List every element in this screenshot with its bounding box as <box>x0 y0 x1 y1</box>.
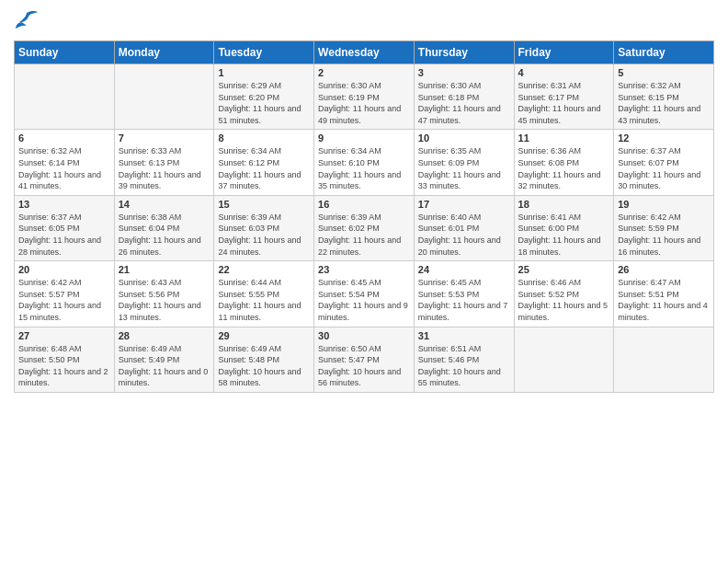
cell-info: Sunrise: 6:49 AMSunset: 5:48 PMDaylight:… <box>218 343 310 389</box>
cell-info: Sunrise: 6:45 AMSunset: 5:53 PMDaylight:… <box>418 277 510 323</box>
cell-info: Sunrise: 6:44 AMSunset: 5:55 PMDaylight:… <box>218 277 310 323</box>
day-number: 30 <box>318 330 410 341</box>
cell-info: Sunrise: 6:30 AMSunset: 6:19 PMDaylight:… <box>318 80 410 126</box>
cell-info: Sunrise: 6:36 AMSunset: 6:08 PMDaylight:… <box>518 145 610 191</box>
weekday-header-tuesday: Tuesday <box>214 41 314 64</box>
day-number: 10 <box>418 132 510 144</box>
day-number: 7 <box>119 132 210 144</box>
cell-info: Sunrise: 6:46 AMSunset: 5:52 PMDaylight:… <box>518 277 610 323</box>
cell-info: Sunrise: 6:45 AMSunset: 5:54 PMDaylight:… <box>318 277 410 323</box>
day-number: 13 <box>18 199 110 210</box>
day-number: 4 <box>518 67 610 78</box>
day-number: 29 <box>218 330 310 341</box>
cell-info: Sunrise: 6:33 AMSunset: 6:13 PMDaylight:… <box>119 145 210 191</box>
calendar-cell: 13Sunrise: 6:37 AMSunset: 6:05 PMDayligh… <box>15 195 115 260</box>
calendar-cell <box>114 64 214 130</box>
cell-info: Sunrise: 6:41 AMSunset: 6:00 PMDaylight:… <box>518 212 610 258</box>
calendar-cell <box>614 327 714 392</box>
logo <box>14 9 43 33</box>
weekday-header-wednesday: Wednesday <box>314 41 415 64</box>
calendar-cell <box>514 327 614 392</box>
page: SundayMondayTuesdayWednesdayThursdayFrid… <box>0 0 728 563</box>
calendar-cell: 1Sunrise: 6:29 AMSunset: 6:20 PMDaylight… <box>214 64 314 130</box>
cell-info: Sunrise: 6:37 AMSunset: 6:07 PMDaylight:… <box>618 145 710 191</box>
day-number: 23 <box>318 264 410 275</box>
calendar-cell: 23Sunrise: 6:45 AMSunset: 5:54 PMDayligh… <box>314 261 415 327</box>
calendar-cell: 9Sunrise: 6:34 AMSunset: 6:10 PMDaylight… <box>314 130 415 195</box>
day-number: 25 <box>518 264 610 275</box>
logo-icon <box>14 9 40 33</box>
calendar-cell: 18Sunrise: 6:41 AMSunset: 6:00 PMDayligh… <box>514 195 614 260</box>
day-number: 6 <box>18 132 110 144</box>
cell-info: Sunrise: 6:39 AMSunset: 6:03 PMDaylight:… <box>218 212 310 258</box>
cell-info: Sunrise: 6:31 AMSunset: 6:17 PMDaylight:… <box>518 80 610 126</box>
calendar-cell: 8Sunrise: 6:34 AMSunset: 6:12 PMDaylight… <box>214 130 314 195</box>
calendar-cell: 14Sunrise: 6:38 AMSunset: 6:04 PMDayligh… <box>114 195 214 260</box>
calendar-week-5: 27Sunrise: 6:48 AMSunset: 5:50 PMDayligh… <box>15 327 714 392</box>
day-number: 24 <box>418 264 510 275</box>
calendar-cell: 11Sunrise: 6:36 AMSunset: 6:08 PMDayligh… <box>514 130 614 195</box>
cell-info: Sunrise: 6:49 AMSunset: 5:49 PMDaylight:… <box>119 343 210 389</box>
calendar-cell: 15Sunrise: 6:39 AMSunset: 6:03 PMDayligh… <box>214 195 314 260</box>
cell-info: Sunrise: 6:42 AMSunset: 5:57 PMDaylight:… <box>18 277 110 323</box>
cell-info: Sunrise: 6:29 AMSunset: 6:20 PMDaylight:… <box>218 80 310 126</box>
calendar-cell <box>15 64 115 130</box>
weekday-header-saturday: Saturday <box>614 41 714 64</box>
calendar-cell: 4Sunrise: 6:31 AMSunset: 6:17 PMDaylight… <box>514 64 614 130</box>
calendar-week-1: 1Sunrise: 6:29 AMSunset: 6:20 PMDaylight… <box>15 64 714 130</box>
calendar-table: SundayMondayTuesdayWednesdayThursdayFrid… <box>14 40 714 393</box>
calendar-cell: 27Sunrise: 6:48 AMSunset: 5:50 PMDayligh… <box>15 327 115 392</box>
day-number: 9 <box>318 132 410 144</box>
day-number: 26 <box>618 264 710 275</box>
calendar-cell: 29Sunrise: 6:49 AMSunset: 5:48 PMDayligh… <box>214 327 314 392</box>
calendar-cell: 10Sunrise: 6:35 AMSunset: 6:09 PMDayligh… <box>414 130 514 195</box>
cell-info: Sunrise: 6:35 AMSunset: 6:09 PMDaylight:… <box>418 145 510 191</box>
calendar-cell: 6Sunrise: 6:32 AMSunset: 6:14 PMDaylight… <box>15 130 115 195</box>
calendar-cell: 16Sunrise: 6:39 AMSunset: 6:02 PMDayligh… <box>314 195 415 260</box>
calendar-cell: 5Sunrise: 6:32 AMSunset: 6:15 PMDaylight… <box>614 64 714 130</box>
calendar-cell: 12Sunrise: 6:37 AMSunset: 6:07 PMDayligh… <box>614 130 714 195</box>
calendar-cell: 7Sunrise: 6:33 AMSunset: 6:13 PMDaylight… <box>114 130 214 195</box>
cell-info: Sunrise: 6:34 AMSunset: 6:10 PMDaylight:… <box>318 145 410 191</box>
day-number: 18 <box>518 199 610 210</box>
day-number: 8 <box>218 132 310 144</box>
cell-info: Sunrise: 6:50 AMSunset: 5:47 PMDaylight:… <box>318 343 410 389</box>
day-number: 31 <box>418 330 510 341</box>
day-number: 20 <box>18 264 110 275</box>
calendar-cell: 22Sunrise: 6:44 AMSunset: 5:55 PMDayligh… <box>214 261 314 327</box>
calendar-cell: 21Sunrise: 6:43 AMSunset: 5:56 PMDayligh… <box>114 261 214 327</box>
cell-info: Sunrise: 6:32 AMSunset: 6:14 PMDaylight:… <box>18 145 110 191</box>
calendar-cell: 19Sunrise: 6:42 AMSunset: 5:59 PMDayligh… <box>614 195 714 260</box>
cell-info: Sunrise: 6:40 AMSunset: 6:01 PMDaylight:… <box>418 212 510 258</box>
calendar-week-4: 20Sunrise: 6:42 AMSunset: 5:57 PMDayligh… <box>15 261 714 327</box>
weekday-header-monday: Monday <box>114 41 214 64</box>
day-number: 17 <box>418 199 510 210</box>
weekday-header-friday: Friday <box>514 41 614 64</box>
day-number: 3 <box>418 67 510 78</box>
day-number: 11 <box>518 132 610 144</box>
calendar-cell: 2Sunrise: 6:30 AMSunset: 6:19 PMDaylight… <box>314 64 415 130</box>
day-number: 15 <box>218 199 310 210</box>
day-number: 1 <box>218 67 310 78</box>
header-row: SundayMondayTuesdayWednesdayThursdayFrid… <box>15 41 714 64</box>
day-number: 27 <box>18 330 110 341</box>
header <box>14 9 714 33</box>
day-number: 5 <box>618 67 710 78</box>
calendar-week-2: 6Sunrise: 6:32 AMSunset: 6:14 PMDaylight… <box>15 130 714 195</box>
calendar-cell: 28Sunrise: 6:49 AMSunset: 5:49 PMDayligh… <box>114 327 214 392</box>
cell-info: Sunrise: 6:34 AMSunset: 6:12 PMDaylight:… <box>218 145 310 191</box>
cell-info: Sunrise: 6:37 AMSunset: 6:05 PMDaylight:… <box>18 212 110 258</box>
cell-info: Sunrise: 6:39 AMSunset: 6:02 PMDaylight:… <box>318 212 410 258</box>
calendar-cell: 30Sunrise: 6:50 AMSunset: 5:47 PMDayligh… <box>314 327 415 392</box>
day-number: 21 <box>119 264 210 275</box>
calendar-cell: 26Sunrise: 6:47 AMSunset: 5:51 PMDayligh… <box>614 261 714 327</box>
day-number: 12 <box>618 132 710 144</box>
cell-info: Sunrise: 6:48 AMSunset: 5:50 PMDaylight:… <box>18 343 110 389</box>
calendar-cell: 17Sunrise: 6:40 AMSunset: 6:01 PMDayligh… <box>414 195 514 260</box>
day-number: 19 <box>618 199 710 210</box>
calendar-cell: 3Sunrise: 6:30 AMSunset: 6:18 PMDaylight… <box>414 64 514 130</box>
calendar-cell: 31Sunrise: 6:51 AMSunset: 5:46 PMDayligh… <box>414 327 514 392</box>
day-number: 16 <box>318 199 410 210</box>
cell-info: Sunrise: 6:51 AMSunset: 5:46 PMDaylight:… <box>418 343 510 389</box>
calendar-week-3: 13Sunrise: 6:37 AMSunset: 6:05 PMDayligh… <box>15 195 714 260</box>
